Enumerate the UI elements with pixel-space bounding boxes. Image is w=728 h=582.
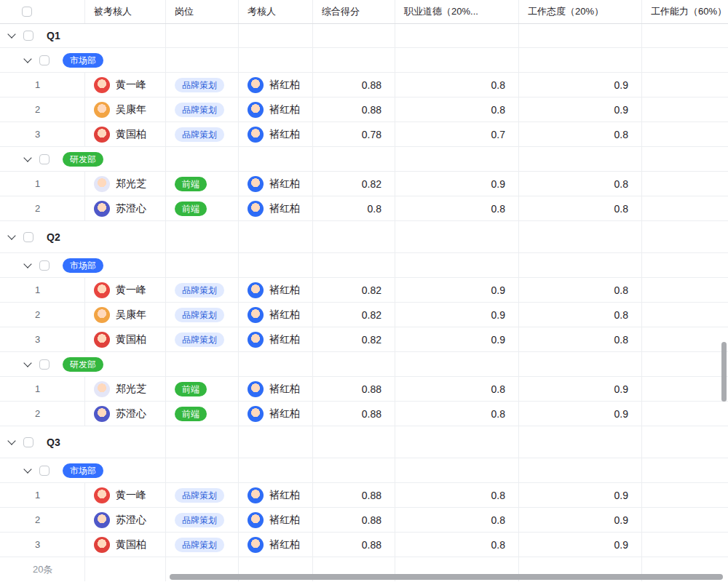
score-cell[interactable]: 0.78 xyxy=(313,122,395,146)
chevron-down-icon[interactable] xyxy=(23,359,31,367)
assessor-cell[interactable]: 褚红柏 xyxy=(239,196,313,220)
assessee-cell[interactable]: 吴康年 xyxy=(85,303,166,327)
score-cell[interactable]: 0.88 xyxy=(313,483,395,507)
ethics-cell[interactable]: 0.9 xyxy=(395,303,519,327)
empty-cell[interactable] xyxy=(313,221,395,252)
row-index-cell[interactable]: 1 xyxy=(0,172,85,196)
assessee-cell[interactable]: 黄一峰 xyxy=(85,483,166,507)
vertical-scrollbar[interactable] xyxy=(721,342,727,402)
attitude-cell[interactable]: 0.8 xyxy=(519,303,642,327)
chevron-down-icon[interactable] xyxy=(7,436,15,445)
empty-cell[interactable] xyxy=(642,426,728,458)
ability-cell[interactable] xyxy=(642,172,728,196)
data-row[interactable]: 2苏澄心品牌策划褚红柏0.880.80.9 xyxy=(0,508,728,533)
assessor-cell[interactable]: 褚红柏 xyxy=(239,97,313,121)
empty-cell[interactable] xyxy=(395,426,519,458)
row-checkbox[interactable] xyxy=(39,466,50,476)
subgroup-header-cell[interactable]: 市场部 xyxy=(0,48,166,72)
score-cell[interactable]: 0.82 xyxy=(313,327,395,351)
data-row[interactable]: 2吴康年品牌策划褚红柏0.820.90.8 xyxy=(0,303,728,327)
assessee-cell[interactable]: 黄国柏 xyxy=(85,533,166,557)
empty-cell[interactable] xyxy=(166,253,239,277)
ethics-cell[interactable]: 0.7 xyxy=(395,122,519,146)
data-row[interactable]: 2苏澄心前端褚红柏0.80.80.8 xyxy=(0,196,728,221)
data-row[interactable]: 1黄一峰品牌策划褚红柏0.820.90.8 xyxy=(0,278,728,303)
empty-cell[interactable] xyxy=(519,253,642,277)
empty-cell[interactable] xyxy=(313,352,395,376)
score-cell[interactable]: 0.82 xyxy=(313,278,395,302)
subgroup-header-cell[interactable]: 研发部 xyxy=(0,147,166,171)
empty-cell[interactable] xyxy=(313,24,395,47)
assessor-cell[interactable]: 褚红柏 xyxy=(239,402,313,426)
attitude-cell[interactable]: 0.9 xyxy=(519,377,642,401)
column-header-assessee[interactable]: 被考核人 xyxy=(85,0,166,23)
group-header-cell[interactable]: Q3 xyxy=(0,426,166,458)
empty-cell[interactable] xyxy=(313,48,395,72)
assessee-cell[interactable]: 苏澄心 xyxy=(85,196,166,220)
assessee-cell[interactable]: 黄国柏 xyxy=(85,122,166,146)
data-row[interactable]: 1郑光芝前端褚红柏0.820.90.8 xyxy=(0,172,728,196)
subgroup-header-cell[interactable]: 研发部 xyxy=(0,352,166,376)
position-cell[interactable]: 品牌策划 xyxy=(166,97,239,121)
empty-cell[interactable] xyxy=(239,24,313,47)
position-cell[interactable]: 品牌策划 xyxy=(166,122,239,146)
empty-cell[interactable] xyxy=(313,253,395,277)
empty-cell[interactable] xyxy=(239,221,313,252)
ethics-cell[interactable]: 0.8 xyxy=(395,483,519,507)
attitude-cell[interactable]: 0.9 xyxy=(519,97,642,121)
select-all-checkbox[interactable] xyxy=(22,7,32,17)
score-cell[interactable]: 0.8 xyxy=(313,196,395,220)
empty-cell[interactable] xyxy=(519,426,642,458)
attitude-cell[interactable]: 0.8 xyxy=(519,278,642,302)
ability-cell[interactable] xyxy=(642,73,728,97)
attitude-cell[interactable]: 0.9 xyxy=(519,483,642,507)
ethics-cell[interactable]: 0.9 xyxy=(395,172,519,196)
data-row[interactable]: 3黄国柏品牌策划褚红柏0.780.70.8 xyxy=(0,122,728,147)
empty-cell[interactable] xyxy=(642,24,728,47)
row-checkbox[interactable] xyxy=(39,154,50,164)
empty-cell[interactable] xyxy=(395,48,519,72)
position-cell[interactable]: 品牌策划 xyxy=(166,508,239,532)
data-row[interactable]: 2苏澄心前端褚红柏0.880.80.9 xyxy=(0,402,728,426)
data-row[interactable]: 2吴康年品牌策划褚红柏0.880.80.9 xyxy=(0,97,728,122)
chevron-down-icon[interactable] xyxy=(23,154,31,162)
score-cell[interactable]: 0.88 xyxy=(313,508,395,532)
position-cell[interactable]: 品牌策划 xyxy=(166,73,239,97)
empty-cell[interactable] xyxy=(642,352,728,376)
row-index-cell[interactable]: 3 xyxy=(0,533,85,557)
assessee-cell[interactable]: 黄国柏 xyxy=(85,327,166,351)
empty-cell[interactable] xyxy=(395,253,519,277)
assessee-cell[interactable]: 苏澄心 xyxy=(85,508,166,532)
ethics-cell[interactable]: 0.8 xyxy=(395,73,519,97)
position-cell[interactable]: 品牌策划 xyxy=(166,327,239,351)
ability-cell[interactable] xyxy=(642,327,728,351)
row-checkbox[interactable] xyxy=(23,31,33,41)
ability-cell[interactable] xyxy=(642,483,728,507)
data-row[interactable]: 3黄国柏品牌策划褚红柏0.880.80.9 xyxy=(0,533,728,557)
data-row[interactable]: 1郑光芝前端褚红柏0.880.80.9 xyxy=(0,377,728,402)
assessor-cell[interactable]: 褚红柏 xyxy=(239,172,313,196)
column-header-position[interactable]: 岗位 xyxy=(166,0,239,23)
empty-cell[interactable] xyxy=(519,458,642,482)
empty-cell[interactable] xyxy=(239,48,313,72)
ethics-cell[interactable]: 0.9 xyxy=(395,278,519,302)
empty-cell[interactable] xyxy=(239,458,313,482)
empty-cell[interactable] xyxy=(239,253,313,277)
chevron-down-icon[interactable] xyxy=(7,30,15,38)
assessor-cell[interactable]: 褚红柏 xyxy=(239,278,313,302)
score-cell[interactable]: 0.88 xyxy=(313,73,395,97)
ability-cell[interactable] xyxy=(642,122,728,146)
empty-cell[interactable] xyxy=(166,426,239,458)
empty-cell[interactable] xyxy=(166,24,239,47)
chevron-down-icon[interactable] xyxy=(23,465,31,473)
row-checkbox[interactable] xyxy=(39,260,50,271)
assessee-cell[interactable]: 郑光芝 xyxy=(85,377,166,401)
column-header-ability[interactable]: 工作能力（60%） xyxy=(642,0,728,23)
ability-cell[interactable] xyxy=(642,377,728,401)
empty-cell[interactable] xyxy=(313,458,395,482)
group-header-cell[interactable]: Q2 xyxy=(0,221,166,252)
horizontal-scrollbar[interactable] xyxy=(170,574,723,580)
empty-cell[interactable] xyxy=(395,24,519,47)
subgroup-header-cell[interactable]: 市场部 xyxy=(0,253,166,277)
score-cell[interactable]: 0.88 xyxy=(313,97,395,121)
